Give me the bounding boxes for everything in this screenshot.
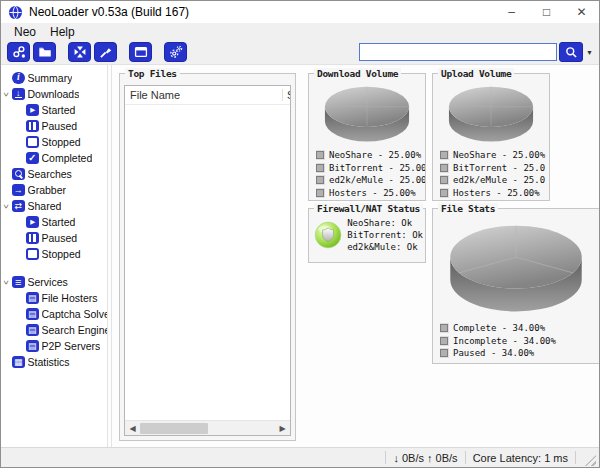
legend-swatch <box>440 176 448 184</box>
maximize-button[interactable]: □ <box>529 1 564 23</box>
sidebar-item-shared-stopped[interactable]: Stopped <box>1 246 107 262</box>
sidebar-item-p2p-servers[interactable]: P2P Servers <box>1 338 107 354</box>
sidebar-item-captcha-solvers[interactable]: Captcha Solvers <box>1 306 107 322</box>
column-size[interactable]: Size <box>282 89 290 101</box>
search-input[interactable] <box>359 43 557 61</box>
sidebar-item-shared-started[interactable]: Started <box>1 214 107 230</box>
sidebar-item-grabber[interactable]: Grabber <box>1 182 107 198</box>
download-volume-pie-chart <box>321 83 413 147</box>
top-files-title: Top Files <box>125 68 180 79</box>
play-icon <box>26 104 39 117</box>
window-icon <box>134 45 148 59</box>
shared-icon <box>12 200 25 213</box>
open-folder-button[interactable] <box>33 42 56 62</box>
top-files-area: Top Files File Name Size ◀ ▶ <box>112 65 302 447</box>
chevron-down-icon[interactable] <box>1 203 12 210</box>
cleanup-button[interactable] <box>94 42 117 62</box>
search-dropdown-caret[interactable]: ▼ <box>586 49 593 56</box>
chevron-down-icon[interactable] <box>1 279 12 286</box>
legend-swatch <box>440 189 448 197</box>
play-icon <box>26 216 39 229</box>
collect-files-button[interactable] <box>68 42 91 62</box>
sidebar-item-searches[interactable]: Searches <box>1 166 107 182</box>
legend-swatch <box>440 337 448 345</box>
sidebar-item-downloads-started[interactable]: Started <box>1 102 107 118</box>
folder-icon <box>38 45 52 59</box>
app-window: NeoLoader v0.53a (Build 167) – □ ✕ Neo H… <box>0 0 600 468</box>
search-button[interactable] <box>559 42 583 62</box>
legend-item: Hosters - 25.00% <box>440 187 549 200</box>
scroll-right-icon[interactable]: ▶ <box>275 424 290 433</box>
server-icon <box>26 308 39 321</box>
legend-swatch <box>440 324 448 332</box>
toolbar: ▼ <box>1 40 599 65</box>
upload-volume-title: Upload Volume <box>438 68 514 79</box>
legend-swatch <box>440 151 448 159</box>
horizontal-scrollbar[interactable]: ◀ ▶ <box>125 420 290 435</box>
sidebar-item-summary[interactable]: Summary <box>1 70 107 86</box>
pause-icon <box>26 120 39 133</box>
scrollbar-thumb[interactable] <box>140 423 208 434</box>
close-button[interactable]: ✕ <box>564 1 599 23</box>
app-logo-icon <box>8 5 23 20</box>
sidebar-item-downloads-paused[interactable]: Paused <box>1 118 107 134</box>
top-files-panel: Top Files File Name Size ◀ ▶ <box>119 73 296 441</box>
sidebar-item-search-engines[interactable]: Search Engines <box>1 322 107 338</box>
browser-window-button[interactable] <box>129 42 152 62</box>
sidebar-item-shared[interactable]: Shared <box>1 198 107 214</box>
download-volume-title: Download Volume <box>314 68 401 79</box>
sidebar-item-services[interactable]: Services <box>1 274 107 290</box>
firewall-nat-status-panel: Firewall/NAT Status NeoShare: Ok BitTorr… <box>308 208 426 263</box>
top-files-header: File Name Size <box>125 86 290 105</box>
sidebar-item-shared-paused[interactable]: Paused <box>1 230 107 246</box>
file-stats-legend: Complete - 34.00% Incomplete - 34.00% Pa… <box>433 322 599 360</box>
add-link-button[interactable] <box>7 42 30 62</box>
menu-neo[interactable]: Neo <box>7 25 43 39</box>
top-files-list[interactable]: File Name Size ◀ ▶ <box>124 85 291 436</box>
pause-icon <box>26 232 39 245</box>
core-latency: Core Latency: 1 ms <box>473 452 568 464</box>
server-icon <box>26 292 39 305</box>
download-volume-legend: NeoShare - 25.00% BitTorrent - 25.00% ed… <box>309 149 425 199</box>
file-stats-title: File Stats <box>438 203 498 214</box>
search-icon <box>12 168 25 181</box>
minimize-button[interactable]: – <box>494 1 529 23</box>
sidebar-item-downloads-completed[interactable]: Completed <box>1 150 107 166</box>
settings-button[interactable] <box>164 42 187 62</box>
sidebar-item-file-hosters[interactable]: File Hosters <box>1 290 107 306</box>
stop-icon <box>26 136 39 149</box>
resize-grip[interactable] <box>585 455 596 466</box>
legend-swatch <box>316 176 324 184</box>
stop-icon <box>26 248 39 261</box>
scroll-left-icon[interactable]: ◀ <box>125 424 140 433</box>
dashboard: Download Volume NeoShare - 25.00% <box>302 65 599 447</box>
status-bar: ↓ 0B/s ↑ 0B/s Core Latency: 1 ms <box>1 447 599 467</box>
title-bar: NeoLoader v0.53a (Build 167) – □ ✕ <box>1 1 599 23</box>
firewall-status-list: NeoShare: Ok BitTorrent: Ok ed2k&Mule: O… <box>347 217 423 253</box>
search-icon <box>565 46 578 59</box>
file-stats-pie-chart <box>441 220 591 320</box>
chevron-down-icon[interactable] <box>1 91 12 98</box>
client-area: Summary Downloads Started Paused Stopped <box>1 65 599 447</box>
column-file-name[interactable]: File Name <box>125 89 282 101</box>
window-title: NeoLoader v0.53a (Build 167) <box>29 5 189 19</box>
legend-item: Incomplete - 34.00% <box>440 335 599 348</box>
file-stats-panel: File Stats Complete - 34.00% <box>432 208 599 364</box>
legend-item: Complete - 34.00% <box>440 322 599 335</box>
menu-help[interactable]: Help <box>43 25 82 39</box>
firewall-status-bittorrent: BitTorrent: Ok <box>347 229 423 241</box>
legend-swatch <box>440 164 448 172</box>
legend-item: ed2k/eMule - 25.0 <box>440 174 549 187</box>
legend-item: ed2k/eMule - 25.00% <box>316 174 425 187</box>
firewall-status-neoshare: NeoShare: Ok <box>347 217 423 229</box>
info-icon <box>12 72 25 85</box>
legend-item: BitTorrent - 25.00% <box>316 162 425 175</box>
sidebar-item-downloads[interactable]: Downloads <box>1 86 107 102</box>
services-list-icon <box>12 276 25 289</box>
legend-swatch <box>316 151 324 159</box>
server-icon <box>26 340 39 353</box>
sidebar-item-statistics[interactable]: Statistics <box>1 354 107 370</box>
collect-arrows-icon <box>73 45 87 59</box>
sidebar-item-downloads-stopped[interactable]: Stopped <box>1 134 107 150</box>
download-icon <box>12 88 25 101</box>
